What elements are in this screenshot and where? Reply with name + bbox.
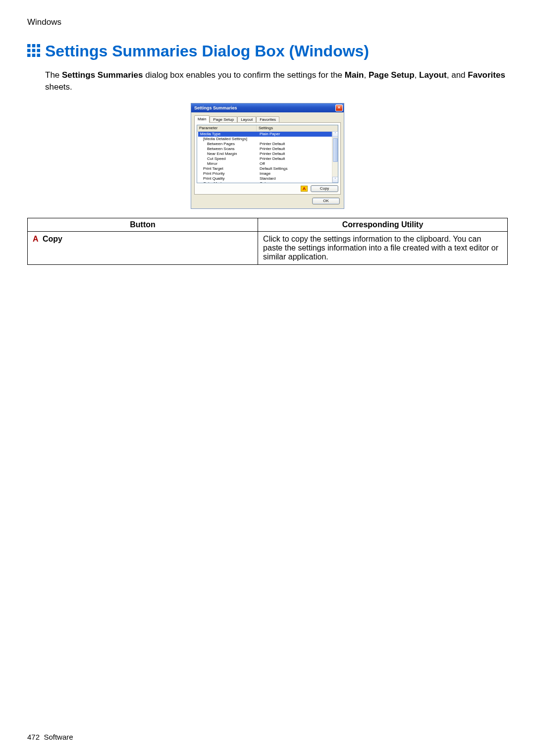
list-header: Parameter Settings <box>197 125 338 132</box>
row-badge-a: A <box>33 235 39 243</box>
callout-badge-a: A <box>301 186 308 192</box>
list-row[interactable]: Between ScansPrinter Default <box>198 147 338 151</box>
svg-rect-5 <box>37 49 41 52</box>
ok-button[interactable]: OK <box>312 198 340 204</box>
list-row[interactable]: Print PriorityImage <box>198 171 338 176</box>
intro-paragraph: The Settings Summaries dialog box enable… <box>45 69 508 93</box>
table-row: A Copy Click to copy the settings inform… <box>28 231 508 264</box>
dialog-tabs: Main Page Setup Layout Favorites <box>194 115 341 123</box>
title-text: Settings Summaries Dialog Box (Windows) <box>45 42 369 60</box>
settings-listbox[interactable]: Parameter Settings Media TypePlain Paper… <box>197 125 338 183</box>
svg-rect-0 <box>27 44 31 48</box>
dialog-titlebar: Settings Summaries × <box>191 103 344 112</box>
section-title: Settings Summaries Dialog Box (Windows) <box>27 42 508 60</box>
close-icon[interactable]: × <box>335 104 343 111</box>
tab-panel-main: Parameter Settings Media TypePlain Paper… <box>194 122 341 195</box>
svg-rect-8 <box>37 53 41 57</box>
row-description: Click to copy the settings information t… <box>258 231 508 264</box>
th-utility: Corresponding Utility <box>258 218 508 231</box>
scroll-down-icon[interactable]: ˅ <box>332 177 338 183</box>
scrollbar[interactable]: ˄ ˅ <box>332 131 338 183</box>
svg-rect-7 <box>32 53 36 57</box>
svg-rect-6 <box>27 53 31 57</box>
page-header: Windows <box>27 17 508 27</box>
list-row[interactable]: Print QualityStandard <box>198 176 338 181</box>
footer-section: Software <box>44 733 73 741</box>
settings-summaries-dialog: Settings Summaries × Main Page Setup Lay… <box>191 103 344 209</box>
list-row[interactable]: Cut SpeedPrinter Default <box>198 156 338 161</box>
col-header-parameter: Parameter <box>197 125 257 131</box>
svg-rect-3 <box>27 49 31 52</box>
svg-rect-2 <box>37 44 41 48</box>
scroll-up-icon[interactable]: ˄ <box>332 131 338 137</box>
list-row[interactable]: Print TargetDefault Settings <box>198 166 338 171</box>
dialog-title: Settings Summaries <box>194 105 237 110</box>
page-number: 472 <box>27 733 40 741</box>
list-row[interactable]: [Media Detailed Settings] <box>198 137 338 142</box>
copy-button[interactable]: Copy <box>311 185 338 192</box>
th-button: Button <box>28 218 258 231</box>
list-body: Media TypePlain Paper [Media Detailed Se… <box>197 132 338 183</box>
grid-icon <box>27 44 40 59</box>
list-row[interactable]: Media TypePlain Paper <box>198 132 338 137</box>
col-header-settings: Settings <box>257 125 338 131</box>
list-row[interactable]: MirrorOff <box>198 161 338 166</box>
svg-rect-1 <box>32 44 36 48</box>
page-footer: 472 Software <box>27 733 73 741</box>
reference-table: Button Corresponding Utility A Copy Clic… <box>27 218 508 265</box>
scroll-thumb[interactable] <box>333 138 338 162</box>
list-row[interactable]: Color ModeColor <box>198 181 338 183</box>
list-row[interactable]: Near End MarginPrinter Default <box>198 151 338 156</box>
svg-rect-4 <box>32 49 36 52</box>
list-row[interactable]: Between PagesPrinter Default <box>198 142 338 147</box>
row-label-copy: Copy <box>43 235 62 243</box>
tab-main[interactable]: Main <box>194 115 210 123</box>
